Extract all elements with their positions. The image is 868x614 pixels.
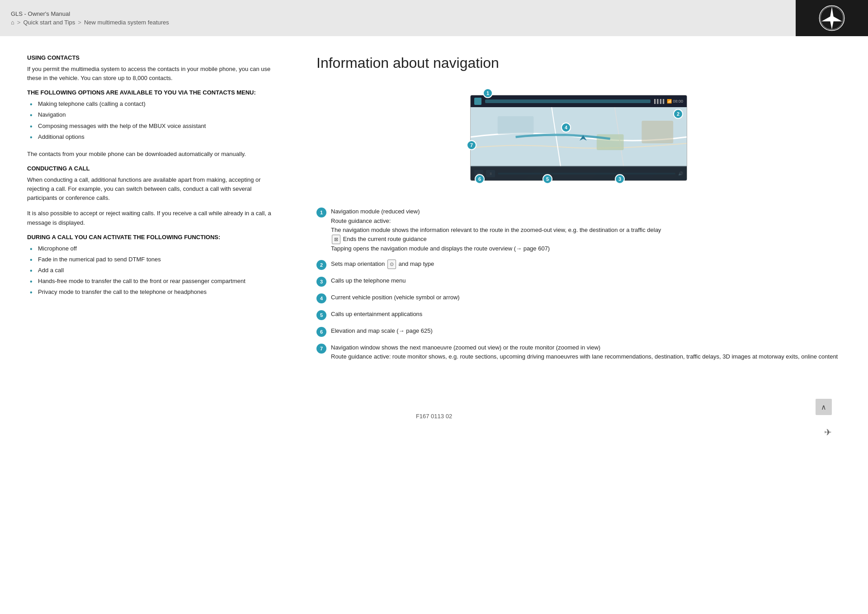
- section3-body2: It is also possible to accept or reject …: [27, 209, 280, 227]
- nav-item-badge-3: 3: [316, 277, 326, 287]
- bullet-list-1: Making telephone calls (calling a contac…: [27, 99, 280, 142]
- nav-item-content-3: Calls up the telephone menu: [331, 276, 841, 287]
- section1-body: If you permit the multimedia system to a…: [27, 65, 280, 83]
- section2-title: THE FOLLOWING OPTIONS ARE AVAILABLE TO Y…: [27, 89, 280, 96]
- nav-item-sub: Route guidance active: The navigation mo…: [331, 217, 661, 233]
- nav-item-1: 1 Navigation module (reduced view) Route…: [316, 207, 841, 253]
- section4-title: DURING A CALL YOU CAN ACTIVATE THE FOLLO…: [27, 234, 280, 241]
- nav-image: ▌▌▌▌ 📶 08:00: [452, 86, 705, 194]
- page-bottom: F167 0113 02 ∧ ✈: [0, 395, 868, 442]
- breadcrumb-sep1: >: [17, 19, 21, 26]
- nav-item-badge-6: 6: [316, 327, 326, 337]
- breadcrumb-sep2: >: [78, 19, 81, 26]
- nav-item-sub3: Tapping opens the navigation module and …: [331, 245, 550, 252]
- list-item: Privacy mode to transfer the call to the…: [27, 288, 280, 297]
- list-item: Microphone off: [27, 244, 280, 253]
- nav-items-list: 1 Navigation module (reduced view) Route…: [316, 207, 841, 361]
- section2-body: The contacts from your mobile phone can …: [27, 150, 280, 159]
- nav-item-text: Navigation window shows the next manoeuv…: [331, 344, 600, 351]
- nav-item-content-2: Sets map orientation ⊙ and map type: [331, 260, 841, 270]
- list-item: Navigation: [27, 110, 280, 119]
- nav-item-text: Current vehicle position (vehicle symbol…: [331, 294, 460, 301]
- nav-item-5: 5 Calls up entertainment applications: [316, 310, 841, 320]
- header-left: GLS - Owner's Manual ⌂ > Quick start and…: [0, 0, 796, 36]
- x-icon: ⊠: [332, 235, 340, 244]
- footer: F167 0113 02: [407, 404, 461, 429]
- nav-item-text: Navigation module (reduced view): [331, 208, 420, 215]
- nav-item-text: Calls up entertainment applications: [331, 311, 422, 317]
- home-icon[interactable]: ⌂: [11, 19, 14, 26]
- section3-title: CONDUCTING A CALL: [27, 165, 280, 172]
- nav-badge-6: 6: [475, 174, 485, 184]
- bottom-icon: ✈: [824, 427, 832, 437]
- svg-rect-5: [642, 121, 673, 143]
- nav-item-text: Elevation and map scale (→ page 625): [331, 327, 433, 334]
- nav-item-content-5: Calls up entertainment applications: [331, 310, 841, 320]
- list-item: Fade in the numerical pad to send DTMF t…: [27, 255, 280, 264]
- nav-item-badge-7: 7: [316, 344, 326, 354]
- nav-item-sub2: Ends the current route guidance: [343, 236, 427, 242]
- nav-item-content-1: Navigation module (reduced view) Route g…: [331, 207, 841, 253]
- scroll-up-icon: ∧: [821, 403, 826, 411]
- breadcrumb: ⌂ > Quick start and Tips > New multimedi…: [11, 19, 785, 26]
- nav-screen: ▌▌▌▌ 📶 08:00: [470, 95, 687, 181]
- nav-item-4: 4 Current vehicle position (vehicle symb…: [316, 293, 841, 303]
- bottom-icon-area: ✈: [824, 427, 832, 438]
- document-title: GLS - Owner's Manual: [11, 10, 785, 17]
- breadcrumb-item2: New multimedia system features: [84, 19, 169, 26]
- nav-badge-3: 3: [615, 174, 625, 184]
- section3-body1: When conducting a call, additional funct…: [27, 175, 280, 203]
- list-item: Composing messages with the help of the …: [27, 122, 280, 131]
- list-item: Additional options: [27, 132, 280, 142]
- list-item: Add a call: [27, 266, 280, 275]
- header: GLS - Owner's Manual ⌂ > Quick start and…: [0, 0, 868, 36]
- footer-code: F167 0113 02: [416, 413, 452, 420]
- nav-item-badge-2: 2: [316, 260, 326, 270]
- nav-badge-5: 5: [542, 174, 552, 184]
- list-item: Making telephone calls (calling a contac…: [27, 99, 280, 109]
- nav-item-content-4: Current vehicle position (vehicle symbol…: [331, 293, 841, 303]
- nav-item-7: 7 Navigation window shows the next manoe…: [316, 343, 841, 361]
- main-content: USING CONTACTS If you permit the multime…: [0, 36, 868, 395]
- nav-item-3: 3 Calls up the telephone menu: [316, 276, 841, 287]
- nav-item-6: 6 Elevation and map scale (→ page 625): [316, 326, 841, 337]
- nav-item-content-7: Navigation window shows the next manoeuv…: [331, 343, 841, 361]
- left-column: USING CONTACTS If you permit the multime…: [27, 54, 280, 368]
- nav-item-sub4: Route guidance active: route monitor sho…: [331, 353, 838, 360]
- nav-item-badge-4: 4: [316, 293, 326, 303]
- nav-item-text: Calls up the telephone menu: [331, 277, 406, 284]
- scroll-up-area: ∧: [816, 399, 832, 415]
- map-orientation-icon: ⊙: [387, 260, 396, 269]
- svg-rect-3: [498, 116, 534, 134]
- nav-item-text-after: and map type: [398, 260, 434, 267]
- page-title: Information about navigation: [316, 54, 841, 71]
- nav-item-content-6: Elevation and map scale (→ page 625): [331, 326, 841, 337]
- nav-image-container: ▌▌▌▌ 📶 08:00: [316, 86, 841, 194]
- nav-item-text: Sets map orientation: [331, 260, 385, 267]
- scroll-up-button[interactable]: ∧: [816, 399, 832, 415]
- breadcrumb-item1[interactable]: Quick start and Tips: [23, 19, 75, 26]
- list-item: Hands-free mode to transfer the call to …: [27, 277, 280, 286]
- bullet-list-2: Microphone off Fade in the numerical pad…: [27, 244, 280, 297]
- nav-item-badge-1: 1: [316, 208, 326, 217]
- nav-item-badge-5: 5: [316, 310, 326, 320]
- section1-title: USING CONTACTS: [27, 54, 280, 61]
- mercedes-star-icon: [818, 5, 845, 32]
- mercedes-logo: [796, 0, 868, 36]
- nav-item-2: 2 Sets map orientation ⊙ and map type: [316, 260, 841, 270]
- right-column: Information about navigation ▌▌▌▌ 📶 08:0…: [316, 54, 841, 368]
